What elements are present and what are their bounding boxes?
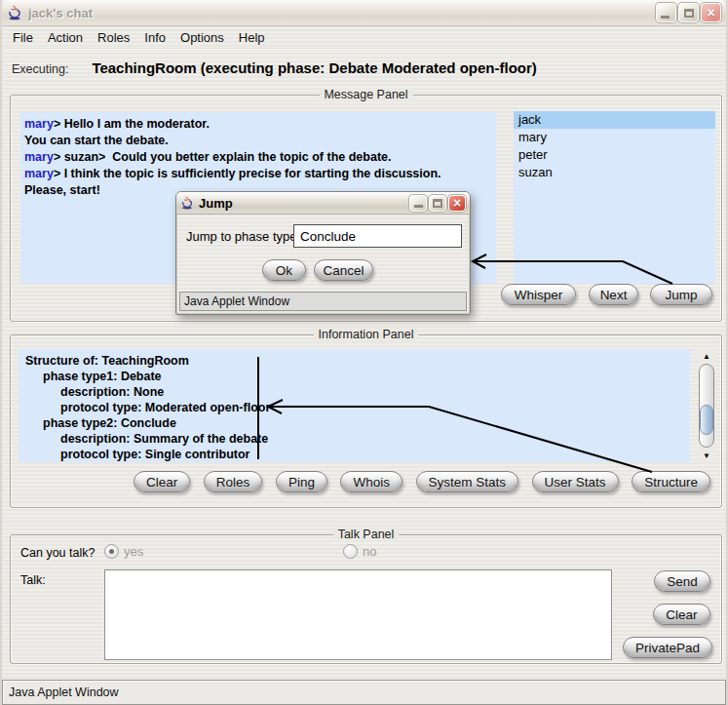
menu-file[interactable]: File (13, 30, 33, 45)
jump-phase-label: Jump to phase type (186, 229, 296, 244)
jump-button[interactable]: Jump (650, 284, 712, 305)
dialog-minimize-button[interactable] (409, 195, 427, 212)
window-title: jack's chat (28, 6, 93, 20)
applet-status-bar: Java Applet Window (2, 680, 726, 705)
talk-label: Talk: (20, 573, 46, 587)
executing-label: Executing: (12, 62, 68, 76)
user-list-item-mary[interactable]: mary (514, 129, 715, 146)
info-scrollbar: ▲ ▼ (698, 349, 715, 462)
next-button[interactable]: Next (589, 284, 638, 305)
message-panel-title: Message Panel (319, 88, 412, 102)
send-button[interactable]: Send (654, 570, 710, 592)
cancel-button[interactable]: Cancel (314, 259, 373, 281)
user-list-item-jack[interactable]: jack (514, 111, 715, 129)
maximize-button[interactable] (678, 3, 699, 22)
info-line: Structure of: TeachingRoom (19, 353, 690, 369)
info-line: description: None (19, 384, 690, 400)
talk-panel-title: Talk Panel (333, 528, 400, 542)
executing-value: TeachingRoom (executing phase: Debate Mo… (92, 59, 536, 76)
chat-message: You can start the debate. (24, 133, 492, 149)
info-button-row: Clear Roles Ping Whois System Stats User… (134, 471, 710, 492)
window-controls: × (656, 3, 721, 22)
system-stats-button[interactable]: System Stats (416, 471, 519, 492)
radio-no-label: no (363, 544, 376, 559)
menu-action[interactable]: Action (48, 30, 83, 45)
close-icon: × (707, 6, 714, 20)
info-line: protocol type: Moderated open-floor (19, 400, 690, 415)
can-you-talk-label: Can you talk? (20, 546, 95, 560)
info-line: phase type1: Debate (19, 369, 690, 384)
chat-message: mary> I think the topic is sufficiently … (24, 166, 492, 182)
chat-message: mary> suzan> Could you better explain th… (24, 149, 492, 166)
radio-yes-label: yes (124, 544, 143, 559)
ok-button[interactable]: Ok (262, 259, 306, 281)
ping-button[interactable]: Ping (276, 471, 327, 492)
window-titlebar[interactable]: jack's chat × (2, 0, 726, 26)
minimize-icon (661, 16, 670, 19)
jump-dialog-titlebar[interactable]: Jump × (176, 192, 470, 215)
menu-roles[interactable]: Roles (97, 30, 130, 45)
jump-phase-input[interactable] (293, 224, 462, 248)
chat-message: mary> Hello I am the moderator. (24, 116, 492, 133)
radio-yes-button[interactable] (104, 544, 119, 559)
menu-info[interactable]: Info (144, 30, 166, 45)
user-stats-button[interactable]: User Stats (532, 471, 619, 492)
java-cup-icon (7, 5, 22, 20)
whois-button[interactable]: Whois (340, 471, 402, 492)
menu-bar: File Action Roles Info Options Help (4, 27, 724, 49)
clear-info-button[interactable]: Clear (134, 471, 190, 492)
dialog-close-button[interactable]: × (448, 195, 466, 212)
menu-options[interactable]: Options (180, 30, 224, 45)
information-panel-title: Information Panel (314, 328, 419, 342)
radio-option-no: no (343, 544, 376, 559)
java-cup-icon (180, 196, 194, 210)
structure-button[interactable]: Structure (632, 471, 710, 492)
minimize-icon (414, 205, 423, 208)
talk-panel: Talk Panel Can you talk? yes no Talk: Se… (10, 534, 722, 664)
scrollbar-track[interactable] (699, 364, 714, 448)
maximize-icon (684, 9, 694, 18)
clear-talk-button[interactable]: Clear (653, 604, 710, 625)
scroll-up-button[interactable]: ▲ (698, 349, 715, 363)
user-list: jack mary peter suzan (514, 111, 715, 284)
jump-dialog-controls: × (409, 195, 466, 212)
radio-no-button[interactable] (343, 544, 358, 559)
info-line: phase type2: Conclude (19, 415, 690, 431)
whisper-button[interactable]: Whisper (501, 284, 576, 305)
radio-option-yes: yes (104, 544, 143, 559)
close-button[interactable]: × (701, 3, 721, 22)
menu-help[interactable]: Help (239, 30, 265, 45)
talk-input[interactable] (104, 569, 612, 660)
jump-dialog-title: Jump (199, 196, 233, 211)
scrollbar-thumb[interactable] (700, 405, 713, 435)
information-panel: Information Panel Structure of: Teaching… (10, 334, 722, 508)
structure-info-area[interactable]: Structure of: TeachingRoom phase type1: … (19, 349, 690, 462)
executing-row: Executing: TeachingRoom (executing phase… (12, 59, 537, 76)
scroll-down-button[interactable]: ▼ (698, 449, 715, 462)
maximize-icon (433, 199, 442, 208)
info-line: description: Summary of the debate (19, 431, 690, 447)
arrow-up-icon: ▲ (703, 352, 710, 361)
jump-dialog: Jump × Jump to phase type Ok Cancel Java… (175, 191, 471, 315)
jump-dialog-status-bar: Java Applet Window (179, 292, 467, 311)
dialog-maximize-button[interactable] (429, 195, 446, 212)
close-icon: × (453, 196, 461, 210)
info-line: protocol type: Single contributor (19, 447, 690, 462)
user-list-item-peter[interactable]: peter (514, 146, 715, 164)
app-window: { "window": { "title": "jack's chat", "s… (0, 0, 728, 705)
arrow-down-icon: ▼ (703, 451, 710, 460)
user-list-item-suzan[interactable]: suzan (514, 164, 715, 181)
minimize-button[interactable] (656, 3, 676, 22)
roles-button[interactable]: Roles (204, 471, 263, 492)
privatepad-button[interactable]: PrivatePad (623, 637, 712, 658)
